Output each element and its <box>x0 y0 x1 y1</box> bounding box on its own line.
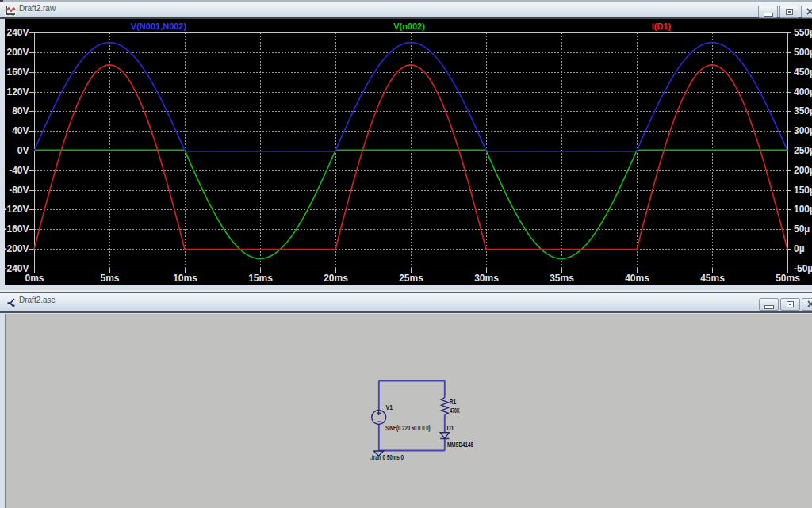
svg-text:R1: R1 <box>450 398 457 406</box>
svg-text:SINE(0 220 50 0 0 0): SINE(0 220 50 0 0 0) <box>385 424 431 432</box>
svg-text:MMSD4148: MMSD4148 <box>447 441 473 449</box>
svg-text:470K: 470K <box>450 407 460 414</box>
svg-text:V1: V1 <box>386 403 393 411</box>
svg-text:D1: D1 <box>447 424 454 432</box>
svg-text:.tran 0 50ms 0: .tran 0 50ms 0 <box>370 453 404 461</box>
